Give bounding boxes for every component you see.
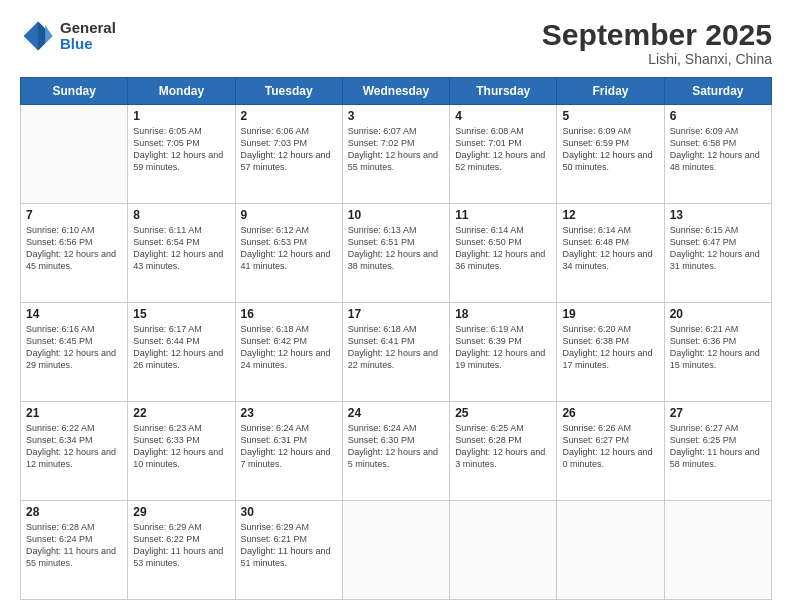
day-info: Sunrise: 6:06 AM Sunset: 7:03 PM Dayligh… xyxy=(241,125,337,174)
calendar-cell: 22Sunrise: 6:23 AM Sunset: 6:33 PM Dayli… xyxy=(128,402,235,501)
day-info: Sunrise: 6:29 AM Sunset: 6:22 PM Dayligh… xyxy=(133,521,229,570)
calendar-week-5: 28Sunrise: 6:28 AM Sunset: 6:24 PM Dayli… xyxy=(21,501,772,600)
calendar-cell: 1Sunrise: 6:05 AM Sunset: 7:05 PM Daylig… xyxy=(128,105,235,204)
day-number: 26 xyxy=(562,406,658,420)
calendar-cell: 5Sunrise: 6:09 AM Sunset: 6:59 PM Daylig… xyxy=(557,105,664,204)
calendar-cell: 7Sunrise: 6:10 AM Sunset: 6:56 PM Daylig… xyxy=(21,204,128,303)
weekday-header-tuesday: Tuesday xyxy=(235,78,342,105)
header: General Blue September 2025 Lishi, Shanx… xyxy=(20,18,772,67)
weekday-header-thursday: Thursday xyxy=(450,78,557,105)
day-number: 3 xyxy=(348,109,444,123)
day-info: Sunrise: 6:15 AM Sunset: 6:47 PM Dayligh… xyxy=(670,224,766,273)
day-number: 16 xyxy=(241,307,337,321)
calendar-cell: 28Sunrise: 6:28 AM Sunset: 6:24 PM Dayli… xyxy=(21,501,128,600)
day-info: Sunrise: 6:25 AM Sunset: 6:28 PM Dayligh… xyxy=(455,422,551,471)
day-number: 30 xyxy=(241,505,337,519)
day-number: 6 xyxy=(670,109,766,123)
day-number: 2 xyxy=(241,109,337,123)
day-info: Sunrise: 6:11 AM Sunset: 6:54 PM Dayligh… xyxy=(133,224,229,273)
calendar-cell: 3Sunrise: 6:07 AM Sunset: 7:02 PM Daylig… xyxy=(342,105,449,204)
logo-icon xyxy=(20,18,56,54)
calendar-cell: 9Sunrise: 6:12 AM Sunset: 6:53 PM Daylig… xyxy=(235,204,342,303)
calendar-cell: 20Sunrise: 6:21 AM Sunset: 6:36 PM Dayli… xyxy=(664,303,771,402)
day-info: Sunrise: 6:09 AM Sunset: 6:58 PM Dayligh… xyxy=(670,125,766,174)
calendar-cell xyxy=(664,501,771,600)
weekday-header-wednesday: Wednesday xyxy=(342,78,449,105)
day-info: Sunrise: 6:18 AM Sunset: 6:42 PM Dayligh… xyxy=(241,323,337,372)
day-number: 19 xyxy=(562,307,658,321)
day-number: 17 xyxy=(348,307,444,321)
weekday-row: SundayMondayTuesdayWednesdayThursdayFrid… xyxy=(21,78,772,105)
calendar-cell: 29Sunrise: 6:29 AM Sunset: 6:22 PM Dayli… xyxy=(128,501,235,600)
calendar-week-3: 14Sunrise: 6:16 AM Sunset: 6:45 PM Dayli… xyxy=(21,303,772,402)
day-info: Sunrise: 6:22 AM Sunset: 6:34 PM Dayligh… xyxy=(26,422,122,471)
day-number: 10 xyxy=(348,208,444,222)
calendar-cell: 23Sunrise: 6:24 AM Sunset: 6:31 PM Dayli… xyxy=(235,402,342,501)
calendar-cell: 16Sunrise: 6:18 AM Sunset: 6:42 PM Dayli… xyxy=(235,303,342,402)
calendar-cell: 18Sunrise: 6:19 AM Sunset: 6:39 PM Dayli… xyxy=(450,303,557,402)
calendar-cell xyxy=(557,501,664,600)
day-info: Sunrise: 6:16 AM Sunset: 6:45 PM Dayligh… xyxy=(26,323,122,372)
calendar-cell xyxy=(342,501,449,600)
day-number: 12 xyxy=(562,208,658,222)
calendar-cell: 25Sunrise: 6:25 AM Sunset: 6:28 PM Dayli… xyxy=(450,402,557,501)
calendar-cell xyxy=(21,105,128,204)
weekday-header-saturday: Saturday xyxy=(664,78,771,105)
day-info: Sunrise: 6:14 AM Sunset: 6:50 PM Dayligh… xyxy=(455,224,551,273)
calendar-cell: 19Sunrise: 6:20 AM Sunset: 6:38 PM Dayli… xyxy=(557,303,664,402)
day-info: Sunrise: 6:28 AM Sunset: 6:24 PM Dayligh… xyxy=(26,521,122,570)
day-info: Sunrise: 6:24 AM Sunset: 6:31 PM Dayligh… xyxy=(241,422,337,471)
day-info: Sunrise: 6:27 AM Sunset: 6:25 PM Dayligh… xyxy=(670,422,766,471)
day-number: 8 xyxy=(133,208,229,222)
day-number: 13 xyxy=(670,208,766,222)
day-info: Sunrise: 6:08 AM Sunset: 7:01 PM Dayligh… xyxy=(455,125,551,174)
day-number: 20 xyxy=(670,307,766,321)
calendar-week-1: 1Sunrise: 6:05 AM Sunset: 7:05 PM Daylig… xyxy=(21,105,772,204)
calendar-cell: 4Sunrise: 6:08 AM Sunset: 7:01 PM Daylig… xyxy=(450,105,557,204)
day-number: 7 xyxy=(26,208,122,222)
day-info: Sunrise: 6:05 AM Sunset: 7:05 PM Dayligh… xyxy=(133,125,229,174)
calendar-cell: 14Sunrise: 6:16 AM Sunset: 6:45 PM Dayli… xyxy=(21,303,128,402)
day-number: 28 xyxy=(26,505,122,519)
day-number: 24 xyxy=(348,406,444,420)
calendar-cell: 30Sunrise: 6:29 AM Sunset: 6:21 PM Dayli… xyxy=(235,501,342,600)
day-number: 27 xyxy=(670,406,766,420)
day-info: Sunrise: 6:29 AM Sunset: 6:21 PM Dayligh… xyxy=(241,521,337,570)
weekday-header-monday: Monday xyxy=(128,78,235,105)
calendar-cell xyxy=(450,501,557,600)
day-number: 4 xyxy=(455,109,551,123)
calendar-cell: 11Sunrise: 6:14 AM Sunset: 6:50 PM Dayli… xyxy=(450,204,557,303)
calendar-cell: 15Sunrise: 6:17 AM Sunset: 6:44 PM Dayli… xyxy=(128,303,235,402)
calendar-cell: 12Sunrise: 6:14 AM Sunset: 6:48 PM Dayli… xyxy=(557,204,664,303)
day-number: 1 xyxy=(133,109,229,123)
weekday-header-sunday: Sunday xyxy=(21,78,128,105)
logo-general: General xyxy=(60,20,116,37)
calendar-cell: 2Sunrise: 6:06 AM Sunset: 7:03 PM Daylig… xyxy=(235,105,342,204)
day-number: 18 xyxy=(455,307,551,321)
day-info: Sunrise: 6:20 AM Sunset: 6:38 PM Dayligh… xyxy=(562,323,658,372)
calendar-cell: 13Sunrise: 6:15 AM Sunset: 6:47 PM Dayli… xyxy=(664,204,771,303)
day-info: Sunrise: 6:23 AM Sunset: 6:33 PM Dayligh… xyxy=(133,422,229,471)
day-number: 29 xyxy=(133,505,229,519)
day-number: 25 xyxy=(455,406,551,420)
svg-marker-2 xyxy=(45,25,52,43)
page: General Blue September 2025 Lishi, Shanx… xyxy=(0,0,792,612)
day-number: 11 xyxy=(455,208,551,222)
calendar-week-4: 21Sunrise: 6:22 AM Sunset: 6:34 PM Dayli… xyxy=(21,402,772,501)
day-info: Sunrise: 6:18 AM Sunset: 6:41 PM Dayligh… xyxy=(348,323,444,372)
calendar-cell: 21Sunrise: 6:22 AM Sunset: 6:34 PM Dayli… xyxy=(21,402,128,501)
day-info: Sunrise: 6:09 AM Sunset: 6:59 PM Dayligh… xyxy=(562,125,658,174)
calendar-cell: 17Sunrise: 6:18 AM Sunset: 6:41 PM Dayli… xyxy=(342,303,449,402)
day-info: Sunrise: 6:12 AM Sunset: 6:53 PM Dayligh… xyxy=(241,224,337,273)
calendar-cell: 6Sunrise: 6:09 AM Sunset: 6:58 PM Daylig… xyxy=(664,105,771,204)
calendar-table: SundayMondayTuesdayWednesdayThursdayFrid… xyxy=(20,77,772,600)
logo-blue: Blue xyxy=(60,36,116,53)
calendar-body: 1Sunrise: 6:05 AM Sunset: 7:05 PM Daylig… xyxy=(21,105,772,600)
day-number: 22 xyxy=(133,406,229,420)
month-title: September 2025 xyxy=(542,18,772,51)
day-info: Sunrise: 6:10 AM Sunset: 6:56 PM Dayligh… xyxy=(26,224,122,273)
calendar-header: SundayMondayTuesdayWednesdayThursdayFrid… xyxy=(21,78,772,105)
day-number: 23 xyxy=(241,406,337,420)
day-info: Sunrise: 6:07 AM Sunset: 7:02 PM Dayligh… xyxy=(348,125,444,174)
day-info: Sunrise: 6:21 AM Sunset: 6:36 PM Dayligh… xyxy=(670,323,766,372)
